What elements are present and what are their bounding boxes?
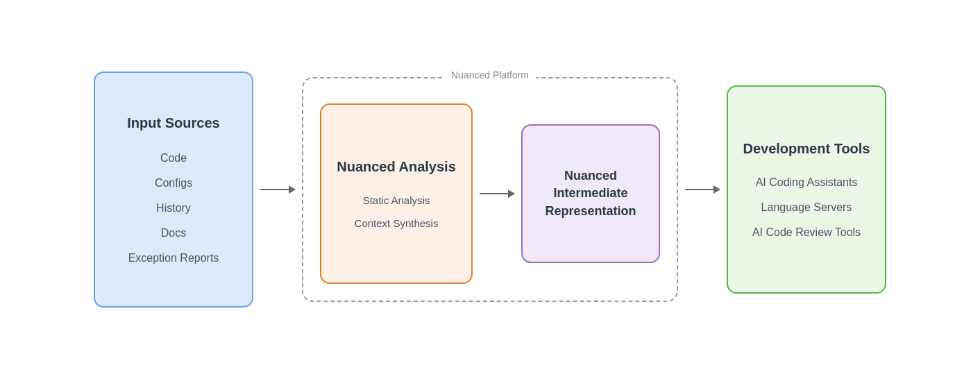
arrow-1 (260, 189, 295, 190)
input-sources-box: Input Sources Code Configs History Docs … (94, 71, 253, 308)
dev-item-ai-code-review: AI Code Review Tools (752, 226, 861, 239)
arrow-1-line (260, 189, 295, 190)
input-item-exception-reports: Exception Reports (128, 252, 219, 264)
nuanced-analysis-title: Nuanced Analysis (337, 159, 456, 175)
input-item-docs: Docs (161, 227, 186, 239)
input-item-history: History (156, 202, 191, 214)
nuanced-analysis-box: Nuanced Analysis Static Analysis Context… (320, 103, 473, 284)
analysis-item-context: Context Synthesis (355, 217, 439, 229)
dev-tools-title: Development Tools (743, 141, 870, 157)
arrow-3 (685, 189, 720, 190)
dev-item-language-servers: Language Servers (761, 201, 852, 214)
diagram-container: Input Sources Code Configs History Docs … (0, 0, 980, 379)
nuanced-platform-wrapper: Nuanced Platform Nuanced Analysis Static… (302, 77, 678, 302)
nir-title: Nuanced Intermediate Representation (537, 167, 645, 220)
input-sources-title: Input Sources (127, 115, 219, 131)
dev-item-ai-coding: AI Coding Assistants (756, 176, 858, 189)
nir-box: Nuanced Intermediate Representation (521, 124, 660, 263)
nuanced-platform-label: Nuanced Platform (444, 69, 536, 81)
input-item-code: Code (160, 152, 187, 165)
arrow-2 (480, 193, 514, 194)
analysis-item-static: Static Analysis (363, 194, 430, 206)
arrow-3-line (685, 189, 720, 190)
dev-tools-box: Development Tools AI Coding Assistants L… (727, 85, 886, 294)
input-item-configs: Configs (155, 177, 192, 190)
arrow-2-line (480, 193, 514, 194)
